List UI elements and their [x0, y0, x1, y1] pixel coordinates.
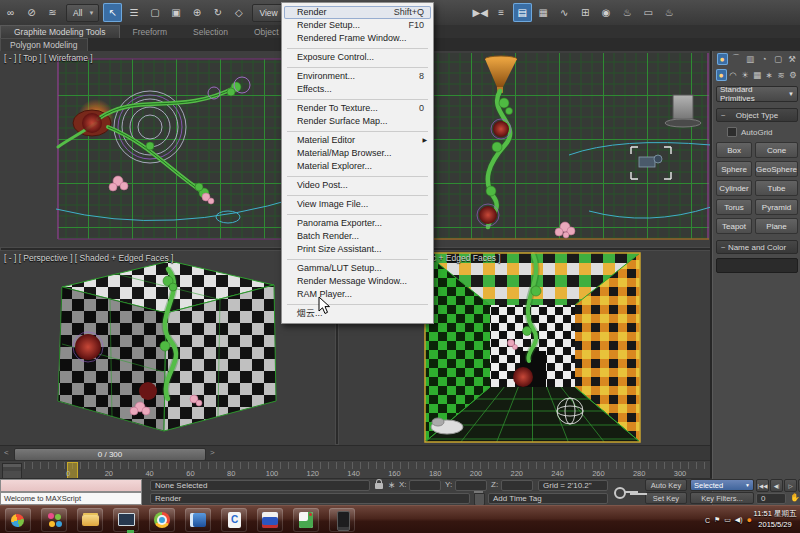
geometry-category-icon[interactable]: ●	[716, 69, 727, 81]
media-app-icon[interactable]	[185, 508, 211, 532]
select-and-scale-icon[interactable]: ◇	[229, 3, 248, 22]
z-coordinate-field[interactable]	[501, 480, 533, 491]
time-slider-next-icon[interactable]: >	[210, 448, 215, 457]
file-explorer-icon[interactable]	[77, 508, 103, 532]
align-icon[interactable]: ≡	[492, 3, 511, 22]
auto-key-button[interactable]: Auto Key	[645, 479, 687, 491]
cajviewer-icon[interactable]	[221, 508, 247, 532]
menu-item[interactable]: Exposure Control... ▶	[284, 51, 431, 64]
ribbon-tab[interactable]: Selection	[180, 25, 241, 38]
cameras-category-icon[interactable]: ▦	[752, 69, 763, 81]
systems-category-icon[interactable]: ⚙	[788, 69, 799, 81]
select-by-name-icon[interactable]: ☰	[124, 3, 143, 22]
primitive-button[interactable]: Cone	[755, 142, 798, 158]
primitives-dropdown[interactable]: Standard Primitives ▼	[716, 86, 798, 102]
tab-polygon-modeling[interactable]: Polygon Modeling	[0, 38, 88, 51]
tray-app-icon[interactable]: C	[705, 517, 710, 524]
render-production-icon[interactable]: ♨	[660, 3, 679, 22]
taskbar-clock[interactable]: 11:51 星期五 2015/5/29	[752, 508, 798, 530]
viewport-label-top[interactable]: [ - ] [ Top ] [ Wireframe ]	[4, 53, 93, 63]
menu-item[interactable]: Effects... ▶	[284, 83, 431, 96]
menu-item[interactable]: Material/Map Browser... ▶	[284, 147, 431, 160]
primitive-button[interactable]: Pyramid	[755, 199, 798, 215]
unlink-selection-icon[interactable]: ⊘	[22, 3, 41, 22]
primitive-button[interactable]: Sphere	[716, 161, 752, 177]
primitive-button[interactable]: Cylinder	[716, 180, 752, 196]
chrome-icon[interactable]	[149, 508, 175, 532]
menu-item[interactable]: Material Editor ▶	[284, 134, 431, 147]
select-object-icon[interactable]: ↖	[103, 3, 122, 22]
tray-window-icon[interactable]: ▭	[724, 516, 731, 524]
object-name-field[interactable]	[716, 258, 798, 273]
selection-filter-dropdown[interactable]: All ▼	[66, 4, 99, 22]
pinwheel-app-icon[interactable]	[41, 508, 67, 532]
space-warps-category-icon[interactable]: ≋	[776, 69, 787, 81]
bind-to-space-warp-icon[interactable]: ≋	[43, 3, 62, 22]
tray-flag-icon[interactable]: ⚑	[714, 516, 720, 524]
primitive-button[interactable]: Plane	[755, 218, 798, 234]
mirror-icon[interactable]: ▶◀	[471, 3, 490, 22]
menu-item[interactable]: Print Size Assistant... ▶	[284, 243, 431, 256]
menu-item[interactable]: Render Shift+Q ▶	[284, 6, 431, 19]
mini-curve-editor-icon[interactable]	[2, 463, 22, 479]
maxscript-mini-listener[interactable]: Welcome to MAXScript	[0, 492, 142, 505]
remote-desktop-icon[interactable]	[113, 508, 139, 532]
play-icon[interactable]: ▷	[784, 479, 797, 492]
graphics-tool-icon[interactable]	[293, 508, 319, 532]
name-and-color-rollout[interactable]: Name and Color	[716, 240, 798, 254]
y-coordinate-field[interactable]	[455, 480, 487, 491]
graphite-ribbon-toggle-icon[interactable]: ▦	[534, 3, 553, 22]
menu-item[interactable]: Panorama Exporter... ▶	[284, 217, 431, 230]
macro-recorder-line[interactable]	[0, 479, 142, 492]
render-setup-icon[interactable]: ♨	[618, 3, 637, 22]
x-coordinate-field[interactable]	[409, 480, 441, 491]
lights-category-icon[interactable]: ☀	[740, 69, 751, 81]
pan-hand-icon[interactable]: ✋	[790, 493, 800, 502]
primitive-button[interactable]: Tube	[755, 180, 798, 196]
timeline-ruler[interactable]: 0204060801001201401601802002202402602803…	[0, 460, 710, 479]
menu-item[interactable]: Render Surface Map... ▶	[284, 115, 431, 128]
utilities-tab-icon[interactable]: ⚒	[787, 53, 798, 65]
start-button[interactable]	[5, 508, 31, 532]
menu-item[interactable]: Environment... 8 ▶	[284, 70, 431, 83]
manage-layers-icon[interactable]: ▤	[513, 3, 532, 22]
autogrid-checkbox[interactable]	[727, 127, 737, 137]
set-key-mode-icon[interactable]	[614, 485, 640, 499]
menu-item[interactable]: Gamma/LUT Setup... ▶	[284, 262, 431, 275]
modify-tab-icon[interactable]: ⌒	[731, 53, 742, 65]
transform-gizmo-icon[interactable]: ∗	[388, 480, 396, 490]
motion-tab-icon[interactable]: ◔	[759, 53, 770, 65]
save-tool-icon[interactable]	[257, 508, 283, 532]
material-editor-icon[interactable]: ◉	[597, 3, 616, 22]
phone-tool-icon[interactable]	[329, 508, 355, 532]
current-frame-field[interactable]: 0	[756, 493, 786, 504]
primitive-button[interactable]: GeoSphere	[755, 161, 798, 177]
ribbon-tab[interactable]: Freeform	[120, 25, 180, 38]
rendered-frame-window-icon[interactable]: ▭	[639, 3, 658, 22]
shapes-category-icon[interactable]: ◠	[728, 69, 739, 81]
select-and-rotate-icon[interactable]: ↻	[208, 3, 227, 22]
selection-lock-icon[interactable]	[375, 483, 383, 489]
schematic-view-icon[interactable]: ⊞	[576, 3, 595, 22]
time-slider-track[interactable]: < 0 / 300 >	[0, 445, 710, 461]
menu-item[interactable]: RAM Player... ▶	[284, 288, 431, 301]
ribbon-tab[interactable]: Graphite Modeling Tools	[0, 25, 120, 38]
window-crossing-icon[interactable]: ▣	[166, 3, 185, 22]
menu-item[interactable]: 烟云... ▶	[284, 307, 431, 320]
create-tab-icon[interactable]: ●	[717, 53, 728, 65]
menu-item[interactable]: Material Explorer... ▶	[284, 160, 431, 173]
select-and-move-icon[interactable]: ⊕	[187, 3, 206, 22]
menu-item[interactable]: Batch Render... ▶	[284, 230, 431, 243]
primitive-button[interactable]: Teapot	[716, 218, 752, 234]
menu-item[interactable]: Video Post... ▶	[284, 179, 431, 192]
primitive-button[interactable]: Box	[716, 142, 752, 158]
helpers-category-icon[interactable]: ∗	[764, 69, 775, 81]
previous-frame-icon[interactable]: ◀|	[770, 479, 783, 492]
display-tab-icon[interactable]: ▢	[773, 53, 784, 65]
viewport-label-perspective[interactable]: [ - ] [ Perspective ] [ Shaded + Edged F…	[4, 253, 173, 263]
go-to-start-icon[interactable]: |◀◀	[756, 479, 769, 492]
rectangular-selection-region-icon[interactable]: ▢	[145, 3, 164, 22]
set-key-button[interactable]: Set Key	[645, 492, 687, 504]
menu-item[interactable]: Render To Texture... 0 ▶	[284, 102, 431, 115]
tray-volume-icon[interactable]: ◀)	[735, 516, 743, 524]
